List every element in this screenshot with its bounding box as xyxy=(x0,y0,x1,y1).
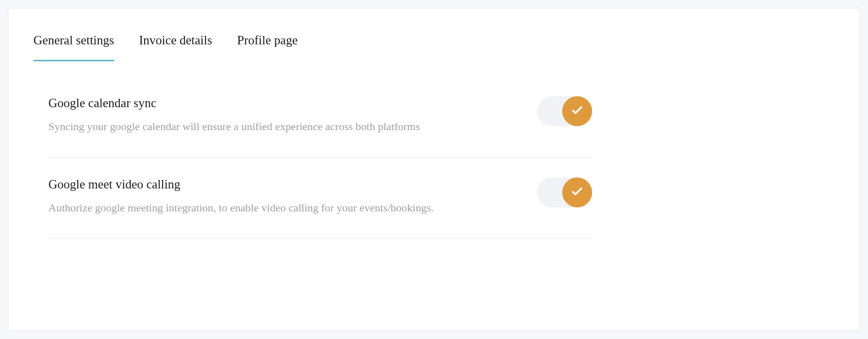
tab-general-settings[interactable]: General settings xyxy=(33,33,114,61)
tab-label: General settings xyxy=(33,33,114,47)
tab-invoice-details[interactable]: Invoice details xyxy=(139,33,212,61)
tab-profile-page[interactable]: Profile page xyxy=(237,33,297,61)
setting-description: Authorize google meeting integration, to… xyxy=(48,200,517,216)
tab-label: Profile page xyxy=(237,33,297,47)
tabs-container: General settings Invoice details Profile… xyxy=(8,33,860,61)
toggle-knob xyxy=(562,96,592,126)
checkmark-icon xyxy=(570,103,584,119)
setting-row-google-meet-video-calling: Google meet video calling Authorize goog… xyxy=(48,177,592,239)
settings-list: Google calendar sync Syncing your google… xyxy=(8,96,860,239)
toggle-google-meet-video-calling[interactable] xyxy=(537,177,592,207)
checkmark-icon xyxy=(570,184,584,200)
toggle-google-calendar-sync[interactable] xyxy=(537,96,592,126)
setting-title: Google meet video calling xyxy=(48,177,517,191)
settings-card: General settings Invoice details Profile… xyxy=(8,8,860,331)
toggle-knob xyxy=(562,177,592,207)
setting-row-google-calendar-sync: Google calendar sync Syncing your google… xyxy=(48,96,592,158)
setting-text: Google calendar sync Syncing your google… xyxy=(48,96,537,135)
setting-description: Syncing your google calendar will ensure… xyxy=(48,119,517,135)
setting-title: Google calendar sync xyxy=(48,96,517,110)
setting-text: Google meet video calling Authorize goog… xyxy=(48,177,537,216)
tab-label: Invoice details xyxy=(139,33,212,47)
